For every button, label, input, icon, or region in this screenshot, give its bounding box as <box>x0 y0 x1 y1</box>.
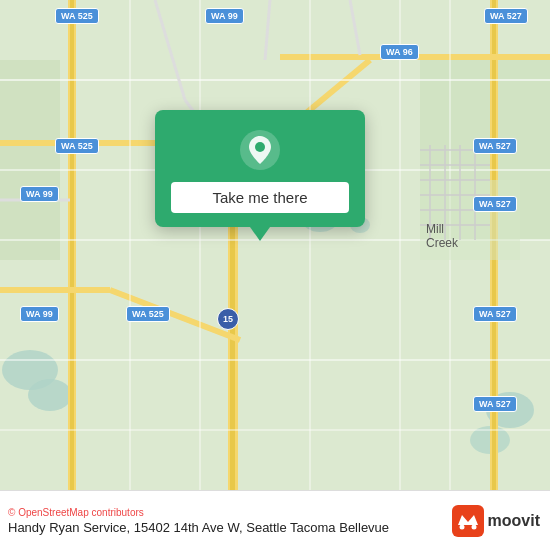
moovit-logo[interactable]: moovit <box>452 505 540 537</box>
map-svg <box>0 0 550 490</box>
badge-i15: 15 <box>217 308 239 330</box>
svg-rect-7 <box>0 60 60 260</box>
badge-wa99-top: WA 99 <box>205 8 244 24</box>
moovit-icon <box>452 505 484 537</box>
svg-point-2 <box>28 379 72 411</box>
badge-wa99-mid: WA 99 <box>20 186 59 202</box>
svg-rect-12 <box>230 200 235 490</box>
popup-card: Take me there <box>155 110 365 227</box>
svg-rect-48 <box>452 505 484 537</box>
map-container: WA 525 WA 99 WA 96 WA 527 WA 525 WA 99 W… <box>0 0 550 490</box>
svg-rect-10 <box>70 0 74 490</box>
address-text: Handy Ryan Service, 15402 14th Ave W, Se… <box>8 520 452 535</box>
badge-wa525-top: WA 525 <box>55 8 99 24</box>
badge-wa527-mid2: WA 527 <box>473 196 517 212</box>
mill-creek-label: MillCreek <box>426 222 458 251</box>
attribution-text: © OpenStreetMap contributors <box>8 507 452 518</box>
badge-wa99-bot: WA 99 <box>20 306 59 322</box>
svg-point-50 <box>471 524 476 529</box>
badge-wa527-mid1: WA 527 <box>473 138 517 154</box>
badge-wa527-top: WA 527 <box>484 8 528 24</box>
svg-point-47 <box>255 142 265 152</box>
badge-wa527-bot: WA 527 <box>473 306 517 322</box>
badge-wa525-left: WA 525 <box>55 138 99 154</box>
svg-point-49 <box>459 524 464 529</box>
badge-wa96: WA 96 <box>380 44 419 60</box>
location-pin-icon <box>238 128 282 172</box>
bottom-bar: © OpenStreetMap contributors Handy Ryan … <box>0 490 550 550</box>
moovit-label: moovit <box>488 512 540 530</box>
badge-wa525-bot: WA 525 <box>126 306 170 322</box>
take-me-there-button[interactable]: Take me there <box>171 182 349 213</box>
badge-wa527-botbot: WA 527 <box>473 396 517 412</box>
bottom-left: © OpenStreetMap contributors Handy Ryan … <box>8 507 452 535</box>
